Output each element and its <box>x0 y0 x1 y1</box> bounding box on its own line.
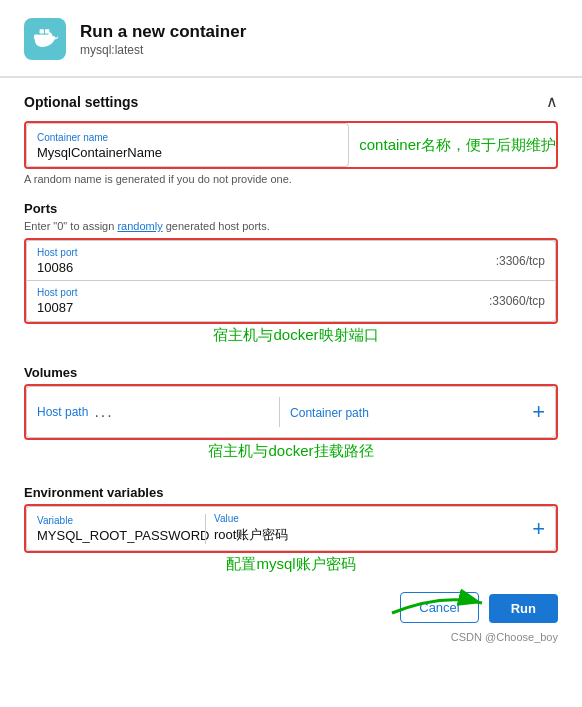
container-name-red-box: Container name MysqlContainerName contai… <box>24 121 558 169</box>
env-annotation-row: 配置mysql账户密码 <box>24 553 558 586</box>
container-svg-icon <box>32 26 58 52</box>
container-name-section: Container name MysqlContainerName contai… <box>0 121 582 191</box>
env-value-field[interactable]: Value root账户密码 <box>214 513 522 544</box>
run-arrow <box>382 583 502 623</box>
container-name-hint: A random name is generated if you do not… <box>24 169 558 185</box>
ports-annotation-wrap: 宿主机与docker映射端口 <box>24 324 558 349</box>
header-text: Run a new container mysql:latest <box>80 22 246 57</box>
env-var-label: Variable <box>37 515 197 526</box>
env-row: Variable MYSQL_ROOT_PASSWORD Value root账… <box>26 506 556 551</box>
port-row-2[interactable]: Host port 10087 :33060/tcp <box>26 280 556 322</box>
port-2-inner: Host port 10087 <box>37 287 481 315</box>
port-1-inner: Host port 10086 <box>37 247 488 275</box>
env-section: Variable MYSQL_ROOT_PASSWORD Value root账… <box>0 504 582 592</box>
env-var-field[interactable]: Variable MYSQL_ROOT_PASSWORD <box>37 515 197 543</box>
port-2-label: Host port <box>37 287 481 298</box>
port-row-1[interactable]: Host port 10086 :3306/tcp <box>26 240 556 281</box>
volume-row: Host path ... Container path + <box>26 386 556 438</box>
ports-subtitle: Enter "0" to assign randomly generated h… <box>0 220 582 238</box>
ports-red-box: Host port 10086 :3306/tcp Host port 1008… <box>24 238 558 324</box>
env-annotation: 配置mysql账户密码 <box>48 553 534 578</box>
randomly-link[interactable]: randomly <box>117 220 162 232</box>
env-red-box: Variable MYSQL_ROOT_PASSWORD Value root账… <box>24 504 558 553</box>
footer-area: Cancel Run <box>0 592 582 627</box>
ports-fields: Host port 10086 :3306/tcp Host port 1008… <box>26 240 556 322</box>
docker-icon <box>24 18 66 60</box>
env-title: Environment variables <box>0 475 582 504</box>
volumes-annotation: 宿主机与docker挂载路径 <box>48 440 534 465</box>
volume-divider <box>279 397 280 427</box>
env-value-value: root账户密码 <box>214 526 522 544</box>
host-path-label: Host path <box>37 405 88 419</box>
volumes-annotation-row: 宿主机与docker挂载路径 <box>24 440 558 469</box>
svg-rect-4 <box>45 29 49 33</box>
volumes-section: Host path ... Container path + 宿主机与docke… <box>0 384 582 475</box>
volume-container[interactable]: Container path <box>290 403 522 421</box>
env-var-value: MYSQL_ROOT_PASSWORD <box>37 528 197 543</box>
optional-settings-header[interactable]: Optional settings ∧ <box>0 78 582 121</box>
ports-annotation: 宿主机与docker映射端口 <box>213 326 378 345</box>
csdn-watermark: CSDN @Choose_boy <box>0 627 582 651</box>
port-2-value: 10087 <box>37 300 481 315</box>
volume-host: Host path ... <box>37 403 269 421</box>
env-divider <box>205 514 206 544</box>
container-name-value: MysqlContainerName <box>37 145 338 160</box>
svg-rect-3 <box>40 29 44 33</box>
page-wrapper: Run a new container mysql:latest Optiona… <box>0 0 582 707</box>
optional-settings-label: Optional settings <box>24 94 138 110</box>
volumes-red-box: Host path ... Container path + <box>24 384 558 440</box>
env-add-button[interactable]: + <box>532 516 545 542</box>
header: Run a new container mysql:latest <box>0 0 582 77</box>
page-subtitle: mysql:latest <box>80 43 246 57</box>
port-2-suffix: :33060/tcp <box>489 294 545 308</box>
port-1-suffix: :3306/tcp <box>496 254 545 268</box>
port-1-value: 10086 <box>37 260 488 275</box>
volume-add-button[interactable]: + <box>532 399 545 425</box>
container-name-field[interactable]: Container name MysqlContainerName <box>26 123 349 167</box>
container-name-outer: Container name MysqlContainerName contai… <box>26 123 556 167</box>
container-name-annotation: container名称，便于后期维护 <box>359 136 556 155</box>
volumes-title: Volumes <box>0 355 582 384</box>
env-value-label: Value <box>214 513 522 524</box>
port-1-label: Host port <box>37 247 488 258</box>
ports-section: Host port 10086 :3306/tcp Host port 1008… <box>0 238 582 355</box>
container-name-label: Container name <box>37 132 338 143</box>
container-path-label: Container path <box>290 406 369 420</box>
page-title: Run a new container <box>80 22 246 42</box>
ports-title: Ports <box>0 191 582 220</box>
chevron-up-icon[interactable]: ∧ <box>546 92 558 111</box>
volume-dots[interactable]: ... <box>94 403 113 421</box>
